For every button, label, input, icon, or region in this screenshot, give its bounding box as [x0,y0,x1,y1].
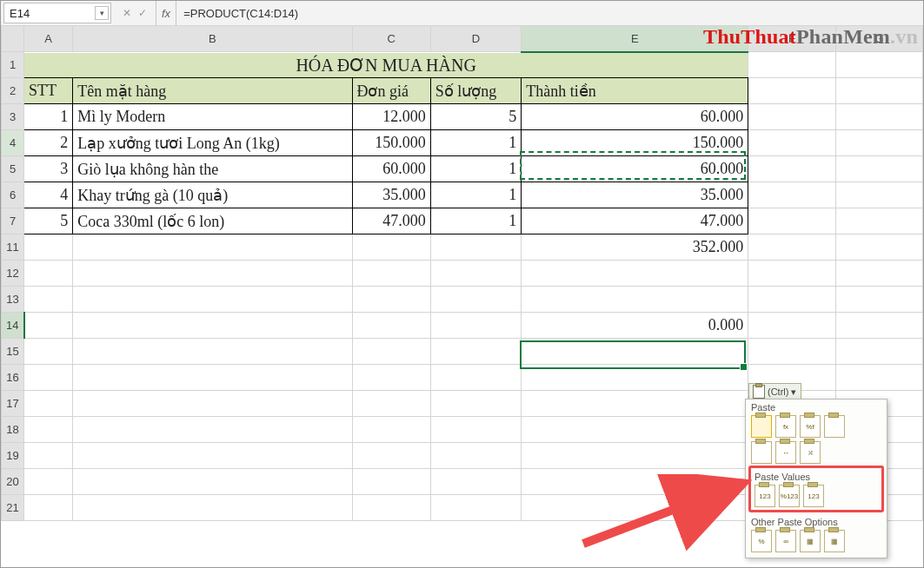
cell[interactable] [748,261,835,287]
cell-stt[interactable]: 3 [24,156,73,182]
title-cell[interactable]: HÓA ĐƠN MUA HÀNG [24,52,748,78]
cell[interactable] [835,182,922,208]
cell[interactable] [24,391,73,417]
row-header-20[interactable]: 20 [2,469,24,495]
cell-tt[interactable]: 35.000 [522,182,748,208]
paste-linked-picture-icon[interactable]: ▦ [824,530,845,552]
cell[interactable] [73,287,352,313]
cell-dongia[interactable]: 60.000 [352,156,430,182]
cell-ten[interactable]: Giò lụa không hàn the [73,156,352,182]
cell[interactable] [24,365,73,391]
cell-tt[interactable]: 60.000 [522,156,748,182]
paste-all-icon[interactable] [751,415,772,438]
cell[interactable] [24,469,73,495]
paste-formulas-icon[interactable]: fx [775,415,796,438]
cell[interactable] [24,234,73,261]
cell[interactable] [352,261,430,287]
paste-formatting-icon[interactable]: % [751,530,772,552]
paste-keep-source-format-icon[interactable] [824,415,845,438]
row-header-4[interactable]: 4 [2,130,24,156]
cell[interactable] [352,417,430,443]
cell-dongia[interactable]: 47.000 [352,208,430,234]
col-header-D[interactable]: D [430,26,521,52]
cell[interactable] [835,78,922,104]
cell[interactable] [352,365,430,391]
cell[interactable] [430,313,521,339]
cell[interactable] [430,287,521,313]
cell[interactable] [24,417,73,443]
row-header-11[interactable]: 11 [2,234,24,261]
cell-ten[interactable]: Coca 330ml (lốc 6 lon) [73,208,352,234]
cell[interactable] [748,156,835,182]
cell-sl[interactable]: 1 [430,130,521,156]
name-box[interactable]: E14 ▾ [3,3,111,23]
row-header-6[interactable]: 6 [2,182,24,208]
cell[interactable] [835,261,922,287]
col-header-C[interactable]: C [352,26,430,52]
cell[interactable] [352,234,430,261]
cell[interactable] [73,391,352,417]
cell[interactable] [24,313,73,339]
cell[interactable] [522,287,748,313]
cell[interactable] [835,208,922,234]
formula-input[interactable]: =PRODUCT(C14:D14) [176,7,305,20]
cell-dongia[interactable]: 35.000 [352,182,430,208]
cell[interactable] [352,313,430,339]
row-header-21[interactable]: 21 [2,495,24,521]
cell[interactable] [73,469,352,495]
paste-options-chip[interactable]: (Ctrl) ▾ [748,383,801,400]
header-ten[interactable]: Tên mặt hàng [73,78,352,104]
paste-keep-column-widths-icon[interactable]: ↔ [775,441,796,464]
cell[interactable] [522,417,748,443]
cell[interactable] [24,287,73,313]
paste-formulas-number-format-icon[interactable]: %f [800,415,821,438]
cell-sl[interactable]: 1 [430,182,521,208]
cell[interactable] [748,104,835,130]
cell[interactable] [835,287,922,313]
accept-formula-icon[interactable]: ✓ [138,7,147,19]
cell[interactable] [748,78,835,104]
cell[interactable] [522,495,748,521]
paste-values-icon[interactable]: 123 [754,485,775,507]
cell[interactable] [522,261,748,287]
header-stt[interactable]: STT [24,78,73,104]
fx-label[interactable]: fx [156,1,176,25]
cell[interactable] [73,261,352,287]
cell[interactable] [73,417,352,443]
cell-tt[interactable]: 150.000 [522,130,748,156]
cell[interactable] [430,495,521,521]
row-header-1[interactable]: 1 [2,52,24,78]
row-header-12[interactable]: 12 [2,261,24,287]
name-box-dropdown-icon[interactable]: ▾ [95,6,109,20]
row-header-19[interactable]: 19 [2,443,24,469]
cell[interactable] [835,339,922,365]
cell[interactable] [73,443,352,469]
cell[interactable] [430,365,521,391]
row-header-16[interactable]: 16 [2,365,24,391]
cell[interactable] [522,469,748,495]
cell[interactable] [835,365,922,391]
cell-tt[interactable]: 60.000 [522,104,748,130]
row-header-14[interactable]: 14 [2,313,24,339]
cell-dongia[interactable]: 12.000 [352,104,430,130]
cell[interactable] [73,313,352,339]
cell[interactable] [24,261,73,287]
row-header-15[interactable]: 15 [2,339,24,365]
header-dongia[interactable]: Đơn giá [352,78,430,104]
cell[interactable] [73,495,352,521]
cell-sl[interactable]: 1 [430,208,521,234]
paste-picture-icon[interactable]: ▦ [800,530,821,552]
cancel-formula-icon[interactable]: ✕ [123,7,131,19]
cell[interactable] [748,130,835,156]
cell-ten[interactable]: Mì ly Modern [73,104,352,130]
cell[interactable] [430,443,521,469]
cell[interactable] [430,391,521,417]
cell-total[interactable]: 352.000 [522,234,748,261]
header-soluong[interactable]: Số lượng [430,78,521,104]
cell[interactable] [352,287,430,313]
cell[interactable] [835,156,922,182]
paste-no-borders-icon[interactable] [751,441,772,464]
row-header-17[interactable]: 17 [2,391,24,417]
paste-values-source-format-icon[interactable]: 123 [803,485,824,507]
col-header-B[interactable]: B [73,26,352,52]
